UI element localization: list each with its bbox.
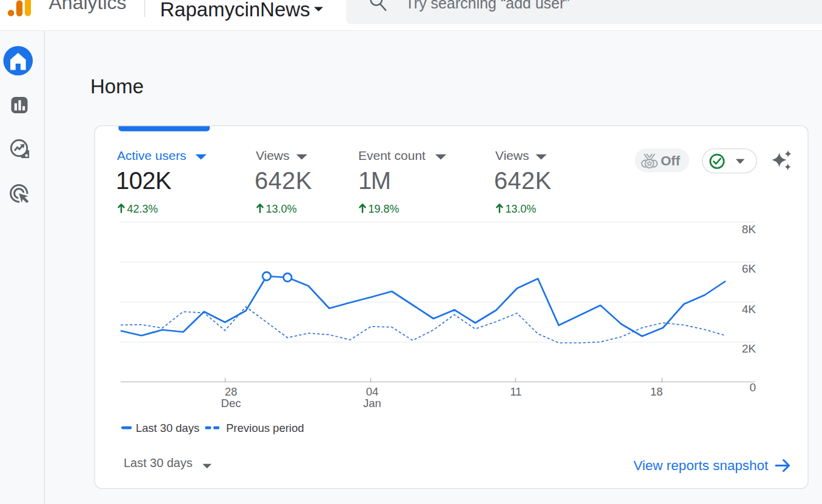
svg-text:2K: 2K (742, 342, 757, 355)
svg-text:Views: Views (495, 148, 529, 162)
svg-text:11: 11 (510, 385, 521, 398)
svg-text:4K: 4K (742, 303, 757, 316)
svg-text:Last 30 days: Last 30 days (124, 456, 192, 469)
svg-text:Home: Home (90, 75, 144, 98)
svg-text:42.3%: 42.3% (127, 203, 158, 215)
svg-text:Event count: Event count (358, 148, 426, 162)
svg-text:642K: 642K (494, 167, 552, 194)
svg-text:Last 30 days: Last 30 days (136, 422, 199, 434)
svg-text:Try searching “add user”: Try searching “add user” (406, 0, 570, 12)
svg-text:13.0%: 13.0% (506, 203, 536, 215)
svg-text:6K: 6K (742, 262, 757, 275)
svg-text:1M: 1M (358, 167, 390, 194)
svg-text:RapamycinNews: RapamycinNews (160, 0, 310, 21)
svg-text:13.0%: 13.0% (266, 203, 296, 215)
svg-text:102K: 102K (116, 167, 172, 194)
svg-text:18: 18 (650, 385, 663, 398)
svg-text:View reports snapshot: View reports snapshot (633, 458, 769, 473)
svg-text:Active users: Active users (117, 148, 186, 162)
svg-text:Jan: Jan (363, 397, 381, 409)
svg-text:Dec: Dec (221, 397, 241, 409)
svg-text:Analytics: Analytics (49, 0, 127, 13)
svg-text:Off: Off (661, 153, 680, 168)
svg-text:Views: Views (256, 148, 290, 162)
svg-text:19.8%: 19.8% (369, 203, 399, 215)
svg-text:642K: 642K (255, 167, 312, 194)
svg-text:Previous period: Previous period (226, 422, 304, 434)
svg-text:8K: 8K (742, 223, 757, 236)
svg-text:0: 0 (749, 381, 756, 394)
